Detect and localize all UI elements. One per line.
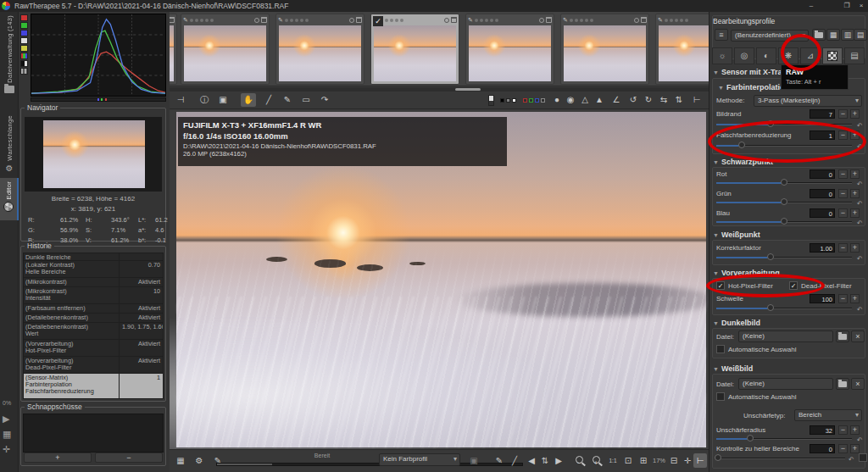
korrektur-slider[interactable]: [716, 253, 852, 261]
tab-transform[interactable]: ⊿: [800, 47, 821, 64]
zoom-out-button[interactable]: −: [571, 453, 587, 468]
history-row-partial[interactable]: Dunkle Bereiche: [24, 253, 163, 261]
gruen-minus[interactable]: −: [838, 189, 848, 198]
profile-save-button[interactable]: ▦: [826, 29, 840, 41]
hot-pixel-checkbox[interactable]: ✓: [716, 281, 725, 290]
radius-minus[interactable]: −: [838, 425, 848, 435]
filmstrip-thumb[interactable]: ✎: [181, 14, 270, 85]
profile-dropdown[interactable]: (Benutzerdefiniert)▾: [731, 30, 809, 42]
navigator-preview-box[interactable]: [25, 117, 162, 192]
profile-fill-mode-button[interactable]: ≡: [715, 29, 728, 41]
remove-snapshot-button[interactable]: −: [95, 453, 163, 463]
history-row[interactable]: (Lokaler Kontrast) Helle Bereiche0.70: [24, 261, 163, 278]
swatch-black[interactable]: [500, 98, 504, 103]
gamut-warning-button[interactable]: ◉: [565, 93, 576, 107]
weissbild-auto-label[interactable]: Automatische Auswahl: [728, 393, 797, 401]
falschfarben-value[interactable]: 1: [810, 130, 835, 140]
kontrolle-auto-checkbox[interactable]: [859, 453, 867, 462]
add-snapshot-button[interactable]: +: [24, 453, 92, 463]
schwelle-reset[interactable]: ↶: [857, 306, 863, 314]
section-schwarzpunkt[interactable]: ▼Schwarzpunkt: [713, 158, 773, 166]
section-vorverarbeitung[interactable]: ▼Vorverarbeitung: [713, 269, 780, 277]
image-canvas[interactable]: FUJIFILM X-T3 + XF16mmF1.4 R WR f/16.0 1…: [170, 110, 709, 449]
korrektur-value[interactable]: 1.00: [810, 243, 835, 253]
gruen-plus[interactable]: +: [850, 189, 860, 198]
schwelle-slider[interactable]: [716, 304, 852, 312]
filmstrip-toggle-icon[interactable]: [488, 95, 494, 106]
radius-reset[interactable]: ↶: [857, 436, 863, 444]
gruen-reset[interactable]: ↶: [857, 200, 863, 208]
tab-color[interactable]: ◐: [756, 47, 776, 64]
histogram-raw-toggle[interactable]: [20, 53, 28, 59]
filmstrip-thumb[interactable]: ✎: [465, 14, 554, 85]
radius-value[interactable]: 32: [810, 425, 835, 435]
picker-lock-button[interactable]: ✎: [492, 453, 507, 468]
tab-detail[interactable]: ◎: [734, 47, 754, 64]
rotate-right-button[interactable]: ↻: [643, 93, 654, 107]
histogram-chroma-toggle[interactable]: [20, 45, 28, 52]
filmstrip-thumb[interactable]: ✎: [170, 14, 177, 85]
next-image-button[interactable]: ▶: [553, 453, 565, 468]
histogram-green-toggle[interactable]: [20, 22, 28, 29]
swatch-neutral[interactable]: [541, 98, 545, 103]
histogram-bar-toggle[interactable]: [20, 68, 28, 75]
focus-mask-button[interactable]: ●: [551, 93, 563, 107]
kontrolle-slider[interactable]: [716, 454, 845, 462]
blau-plus[interactable]: +: [850, 208, 860, 218]
color-picker-button[interactable]: ✎: [280, 93, 295, 107]
bildrand-value[interactable]: 7: [810, 109, 835, 119]
selected-check-icon[interactable]: ✓: [373, 16, 383, 26]
zoom-100-button[interactable]: 1:1: [605, 453, 620, 468]
shadow-clip-button[interactable]: △: [579, 93, 591, 107]
weissbild-file-field[interactable]: (Keine): [738, 378, 833, 390]
history-row[interactable]: (Detailebenenkontrast)Aktiviert: [24, 314, 163, 323]
rot-reset[interactable]: ↶: [857, 180, 863, 188]
flip-vertical-button[interactable]: ⇅: [673, 93, 685, 107]
tab-advanced[interactable]: ❋: [778, 47, 798, 64]
filmstrip-thumb-selected[interactable]: ✎ ✓: [370, 14, 459, 85]
kontrolle-plus[interactable]: +: [850, 444, 860, 453]
filmstrip-thumb[interactable]: ✎: [560, 14, 649, 85]
zoom-in-button[interactable]: +: [588, 453, 604, 468]
weissbild-browse-button[interactable]: [836, 378, 849, 390]
history-row[interactable]: (Detailebenenkontrast) Wert1.90, 1.75, 1…: [24, 323, 163, 340]
filmstrip-thumb[interactable]: ✎: [275, 14, 364, 85]
rot-plus[interactable]: +: [850, 169, 860, 179]
gruen-value[interactable]: 0: [810, 189, 835, 198]
falschfarben-reset[interactable]: ↶: [857, 143, 863, 151]
kontrolle-minus[interactable]: −: [838, 444, 848, 453]
hot-pixel-label[interactable]: Hot-Pixel-Filter: [728, 282, 773, 290]
minimize-button[interactable]: –: [804, 1, 818, 11]
history-row[interactable]: (Mikrokontrast)Aktiviert: [24, 278, 163, 287]
soft-proof-button[interactable]: ▣: [466, 453, 481, 468]
weissbild-clear-button[interactable]: ×: [851, 378, 865, 390]
dunkelbild-clear-button[interactable]: ×: [851, 330, 865, 342]
section-dunkelbild[interactable]: ▼Dunkelbild: [713, 319, 760, 327]
crop-tool-button[interactable]: ▭: [298, 93, 314, 107]
histogram-red-toggle[interactable]: [20, 14, 28, 21]
hand-tool-button[interactable]: ✋: [241, 93, 256, 107]
straighten-tool-button[interactable]: ╱: [261, 93, 276, 107]
gruen-slider[interactable]: [716, 198, 852, 206]
section-weissbild[interactable]: ▼Weißbild: [713, 364, 753, 373]
tab-raw[interactable]: [822, 47, 843, 64]
falschfarben-plus[interactable]: +: [850, 130, 860, 140]
dead-pixel-label[interactable]: Dead-Pixel-Filter: [801, 282, 852, 290]
pin-panel-button[interactable]: ⊢: [690, 93, 704, 107]
histogram-mode-toggle[interactable]: [20, 60, 28, 67]
flip-horizontal-button[interactable]: ⇆: [658, 93, 670, 107]
filmstrip-thumb[interactable]: ✎: [655, 14, 709, 85]
rot-value[interactable]: 0: [810, 169, 835, 179]
blau-slider[interactable]: [716, 218, 852, 225]
blau-minus[interactable]: −: [838, 208, 848, 218]
profile-copy-button[interactable]: ▤: [854, 29, 867, 41]
schwelle-value[interactable]: 100: [810, 294, 835, 303]
pointer-icon[interactable]: ▶: [3, 414, 9, 425]
falschfarben-slider[interactable]: [716, 142, 852, 149]
dunkelbild-browse-button[interactable]: [836, 330, 849, 342]
image-switch-button[interactable]: ⇅: [539, 453, 551, 468]
bildrand-plus[interactable]: +: [850, 109, 860, 119]
preview-mode-button[interactable]: ∠: [610, 93, 622, 107]
highlight-clip-button[interactable]: ▲: [593, 93, 605, 107]
main-photo[interactable]: FUJIFILM X-T3 + XF16mmF1.4 R WR f/16.0 1…: [176, 112, 706, 447]
